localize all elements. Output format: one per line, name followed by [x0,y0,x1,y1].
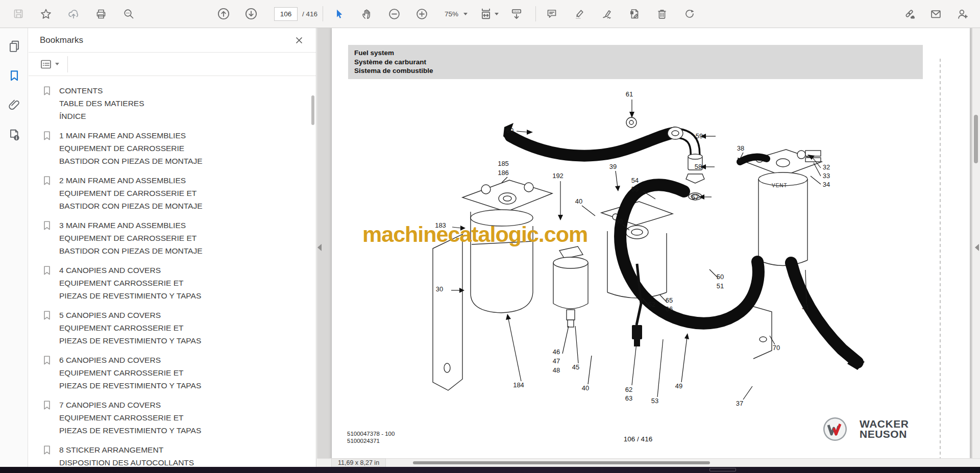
part-callout-63: 63 [625,394,632,402]
taskbar-item [709,468,736,471]
close-icon[interactable] [292,34,306,47]
share-link-button[interactable] [900,5,918,23]
scrollbar-thumb[interactable] [974,115,978,163]
bookmark-glyph-icon [42,399,59,437]
bookmark-item[interactable]: 2 MAIN FRAME AND ASSEMBLIESEQUIPEMENT DE… [42,174,311,212]
select-cursor-icon[interactable] [330,5,348,23]
bookmark-item-label: 1 MAIN FRAME AND ASSEMBLIESEQUIPEMENT DE… [59,129,202,167]
bookmark-item-label: 5 CANOPIES AND COVERSEQUIPEMENT CARROSSE… [59,309,201,347]
document-numbers: 5100047378 - 100 5100024371 [347,430,395,444]
cloud-upload-button[interactable] [65,5,82,23]
bookmarks-scrollbar[interactable] [311,95,314,125]
part-callout-31: 31 [802,303,809,311]
part-callout-192: 192 [552,172,564,180]
bookmark-item[interactable]: 5 CANOPIES AND COVERSEQUIPEMENT CARROSSE… [42,309,311,347]
page-size-indicator: 11,69 x 8,27 in [331,458,386,467]
part-callout-40: 40 [582,384,589,392]
fill-sign-button[interactable] [598,5,616,23]
bookmark-item[interactable]: 1 MAIN FRAME AND ASSEMBLIESEQUIPEMENT DE… [42,129,311,167]
left-navigation-rail [0,28,28,467]
bookmark-item[interactable]: 6 CANOPIES AND COVERSEQUIPEMENT CARROSSE… [42,354,311,392]
organize-pages-button[interactable] [626,5,643,23]
next-page-button[interactable] [242,5,260,23]
bookmark-glyph-icon [42,264,59,302]
scroll-mode-button[interactable] [508,5,525,23]
part-callout-50: 50 [717,273,724,281]
previous-page-button[interactable] [215,5,232,23]
zoom-in-button[interactable] [413,5,430,23]
wacker-neuson-emblem [823,417,847,441]
bookmark-item-label: 3 MAIN FRAME AND ASSEMBLIESEQUIPEMENT DE… [59,219,202,257]
collapse-panel-arrow[interactable] [317,244,322,251]
part-callout-185: 185 [498,160,509,167]
part-callout-49: 49 [675,382,682,390]
bookmarks-panel-title: Bookmarks [40,35,83,45]
star-button[interactable] [37,5,55,23]
horizontal-scrollbar[interactable] [413,461,710,464]
search-icon[interactable] [120,5,137,23]
chevron-down-icon [463,13,468,15]
brand-line2: NEUSON [860,429,909,439]
page-indicator: 106 / 416 [607,435,669,443]
status-bar: 11,69 x 8,27 in [317,458,980,467]
document-scrollbar[interactable] [972,28,980,458]
part-callout-66: 66 [666,305,673,313]
page-number-control: / 416 [274,7,317,21]
part-callout-30: 30 [436,285,443,293]
part-callout-55: 55 [631,185,639,193]
save-button[interactable] [10,5,27,23]
part-callout-46: 46 [553,348,560,356]
part-callout-48: 48 [553,366,560,374]
bookmarks-icon[interactable] [0,64,28,87]
attachments-icon[interactable] [0,93,28,117]
part-callout-54: 54 [631,177,639,184]
bookmark-item-label: 8 STICKER ARRANGEMENTDISPOSITION DES AUT… [59,443,194,467]
bookmark-item[interactable]: CONTENTSTABLE DES MATIERESÍNDICE [42,84,311,122]
bookmark-glyph-icon [42,309,59,347]
add-people-button[interactable] [953,5,971,23]
part-callout-34: 34 [823,181,830,188]
hand-tool-icon[interactable] [358,5,375,23]
bookmark-item[interactable]: 7 CANOPIES AND COVERSEQUIPEMENT CARROSSE… [42,399,311,437]
comment-button[interactable] [543,5,560,23]
bookmark-glyph-icon [42,219,59,257]
bookmark-item[interactable]: 8 STICKER ARRANGEMENTDISPOSITION DES AUT… [42,443,311,467]
toolbar-separator [323,6,323,21]
expand-right-panel-arrow[interactable] [975,244,979,251]
part-callout-33: 33 [823,172,830,180]
part-callout-62: 62 [625,386,632,393]
bookmark-item[interactable]: 3 MAIN FRAME AND ASSEMBLIESEQUIPEMENT DE… [42,219,311,257]
zoom-level-value: 75% [445,10,458,18]
page-total-label: / 416 [302,10,317,18]
part-callout-51: 51 [717,282,724,290]
bookmark-options-button[interactable] [40,59,59,70]
zoom-level-dropdown[interactable]: 75% [440,7,472,21]
part-callout-58: 58 [695,163,702,170]
bookmarks-list: CONTENTSTABLE DES MATIERESÍNDICE 1 MAIN … [29,76,316,467]
page-fit-dropdown[interactable] [480,8,499,20]
page-number-input[interactable] [274,7,298,21]
delete-pages-button[interactable] [653,5,671,23]
panel-tools-separator [67,56,68,72]
zoom-out-button[interactable] [385,5,403,23]
part-callout-53: 53 [651,397,658,405]
part-callout-60: 60 [506,127,513,134]
part-callout-65: 65 [666,296,673,304]
chevron-down-icon [495,13,499,15]
part-callout-57: 57 [692,193,699,201]
print-button[interactable] [92,5,110,23]
watermark-text: machinecatalogic.com [362,222,587,247]
part-callout-45: 45 [572,363,579,371]
part-callout-70: 70 [773,344,780,352]
part-callout-59: 59 [696,132,703,140]
page-info-icon[interactable] [0,123,28,146]
highlight-button[interactable] [571,5,588,23]
bookmark-item[interactable]: 4 CANOPIES AND COVERSEQUIPEMENT CARROSSE… [42,264,311,302]
redo-button[interactable] [681,5,698,23]
brand-logo: WACKER NEUSON [823,417,909,441]
bookmark-glyph-icon [42,84,59,122]
bookmark-glyph-icon [42,354,59,392]
page-thumbnails-icon[interactable] [0,34,28,58]
send-email-button[interactable] [927,5,944,23]
document-area: Fuel system Système de carburant Sistema… [317,28,980,458]
